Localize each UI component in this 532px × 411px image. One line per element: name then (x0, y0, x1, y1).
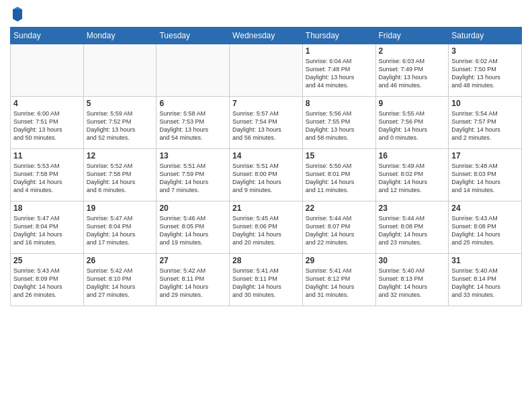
day-info: Sunrise: 5:47 AMSunset: 8:04 PMDaylight:… (87, 214, 154, 247)
svg-marker-1 (13, 7, 22, 9)
calendar-cell: 15Sunrise: 5:50 AMSunset: 8:01 PMDayligh… (302, 149, 375, 201)
calendar-cell: 14Sunrise: 5:51 AMSunset: 8:00 PMDayligh… (230, 149, 303, 201)
calendar-cell (157, 44, 230, 97)
calendar-cell: 25Sunrise: 5:43 AMSunset: 8:09 PMDayligh… (11, 254, 84, 306)
day-info: Sunrise: 5:52 AMSunset: 7:58 PMDaylight:… (87, 162, 154, 195)
day-info: Sunrise: 5:58 AMSunset: 7:53 PMDaylight:… (159, 109, 226, 142)
day-number: 6 (159, 99, 226, 108)
calendar-cell: 18Sunrise: 5:47 AMSunset: 8:04 PMDayligh… (11, 201, 84, 254)
calendar-cell: 30Sunrise: 5:40 AMSunset: 8:13 PMDayligh… (375, 254, 449, 306)
day-info: Sunrise: 5:50 AMSunset: 8:01 PMDaylight:… (306, 162, 373, 195)
day-number: 28 (232, 256, 300, 265)
weekday-header-friday: Friday (375, 28, 449, 44)
day-info: Sunrise: 5:40 AMSunset: 8:13 PMDaylight:… (379, 267, 446, 300)
day-info: Sunrise: 5:45 AMSunset: 8:06 PMDaylight:… (232, 214, 300, 247)
page-container: SundayMondayTuesdayWednesdayThursdayFrid… (0, 0, 532, 313)
calendar-week-row: 18Sunrise: 5:47 AMSunset: 8:04 PMDayligh… (11, 201, 522, 254)
logo (10, 7, 24, 21)
day-info: Sunrise: 5:56 AMSunset: 7:55 PMDaylight:… (306, 109, 373, 142)
day-info: Sunrise: 6:03 AMSunset: 7:49 PMDaylight:… (379, 57, 446, 90)
day-number: 19 (87, 203, 154, 213)
calendar-table: SundayMondayTuesdayWednesdayThursdayFrid… (10, 27, 522, 306)
calendar-cell: 22Sunrise: 5:44 AMSunset: 8:07 PMDayligh… (302, 201, 375, 254)
day-number: 29 (306, 256, 373, 265)
calendar-cell (11, 44, 84, 97)
day-number: 25 (13, 256, 81, 265)
day-number: 9 (379, 99, 446, 108)
calendar-cell: 5Sunrise: 5:59 AMSunset: 7:52 PMDaylight… (83, 97, 157, 149)
calendar-cell: 3Sunrise: 6:02 AMSunset: 7:50 PMDaylight… (449, 44, 522, 97)
day-info: Sunrise: 6:02 AMSunset: 7:50 PMDaylight:… (451, 57, 519, 90)
day-info: Sunrise: 5:43 AMSunset: 8:09 PMDaylight:… (13, 267, 81, 300)
calendar-cell (230, 44, 303, 97)
day-number: 17 (451, 151, 519, 161)
day-number: 26 (87, 256, 154, 265)
weekday-header-wednesday: Wednesday (230, 28, 303, 44)
day-info: Sunrise: 5:43 AMSunset: 8:08 PMDaylight:… (451, 214, 519, 247)
day-number: 10 (451, 99, 519, 108)
day-info: Sunrise: 6:00 AMSunset: 7:51 PMDaylight:… (13, 109, 81, 142)
calendar-cell: 27Sunrise: 5:42 AMSunset: 8:11 PMDayligh… (157, 254, 230, 306)
day-info: Sunrise: 5:44 AMSunset: 8:07 PMDaylight:… (306, 214, 373, 247)
day-number: 21 (232, 203, 300, 213)
calendar-cell: 19Sunrise: 5:47 AMSunset: 8:04 PMDayligh… (83, 201, 157, 254)
calendar-cell: 10Sunrise: 5:54 AMSunset: 7:57 PMDayligh… (449, 97, 522, 149)
calendar-cell: 28Sunrise: 5:41 AMSunset: 8:11 PMDayligh… (230, 254, 303, 306)
day-number: 30 (379, 256, 446, 265)
day-info: Sunrise: 5:55 AMSunset: 7:56 PMDaylight:… (379, 109, 446, 142)
day-info: Sunrise: 5:42 AMSunset: 8:10 PMDaylight:… (87, 267, 154, 300)
day-number: 24 (451, 203, 519, 213)
calendar-week-row: 1Sunrise: 6:04 AMSunset: 7:48 PMDaylight… (11, 44, 522, 97)
weekday-header-thursday: Thursday (302, 28, 375, 44)
calendar-cell: 20Sunrise: 5:46 AMSunset: 8:05 PMDayligh… (157, 201, 230, 254)
calendar-cell: 7Sunrise: 5:57 AMSunset: 7:54 PMDaylight… (230, 97, 303, 149)
calendar-cell: 8Sunrise: 5:56 AMSunset: 7:55 PMDaylight… (302, 97, 375, 149)
day-info: Sunrise: 5:54 AMSunset: 7:57 PMDaylight:… (451, 109, 519, 142)
calendar-cell: 2Sunrise: 6:03 AMSunset: 7:49 PMDaylight… (375, 44, 449, 97)
day-number: 22 (306, 203, 373, 213)
day-number: 13 (159, 151, 226, 161)
day-number: 18 (13, 203, 81, 213)
calendar-cell: 16Sunrise: 5:49 AMSunset: 8:02 PMDayligh… (375, 149, 449, 201)
day-number: 5 (87, 99, 154, 108)
calendar-cell: 31Sunrise: 5:40 AMSunset: 8:14 PMDayligh… (449, 254, 522, 306)
day-number: 3 (451, 46, 519, 56)
calendar-cell: 12Sunrise: 5:52 AMSunset: 7:58 PMDayligh… (83, 149, 157, 201)
svg-marker-0 (13, 9, 22, 21)
calendar-cell: 24Sunrise: 5:43 AMSunset: 8:08 PMDayligh… (449, 201, 522, 254)
header (10, 7, 522, 21)
calendar-week-row: 4Sunrise: 6:00 AMSunset: 7:51 PMDaylight… (11, 97, 522, 149)
weekday-header-row: SundayMondayTuesdayWednesdayThursdayFrid… (11, 28, 522, 44)
day-info: Sunrise: 5:40 AMSunset: 8:14 PMDaylight:… (451, 267, 519, 300)
calendar-cell: 11Sunrise: 5:53 AMSunset: 7:58 PMDayligh… (11, 149, 84, 201)
calendar-cell: 6Sunrise: 5:58 AMSunset: 7:53 PMDaylight… (157, 97, 230, 149)
calendar-cell: 13Sunrise: 5:51 AMSunset: 7:59 PMDayligh… (157, 149, 230, 201)
day-number: 20 (159, 203, 226, 213)
day-number: 7 (232, 99, 300, 108)
day-info: Sunrise: 5:59 AMSunset: 7:52 PMDaylight:… (87, 109, 154, 142)
calendar-cell: 1Sunrise: 6:04 AMSunset: 7:48 PMDaylight… (302, 44, 375, 97)
day-number: 15 (306, 151, 373, 161)
calendar-week-row: 11Sunrise: 5:53 AMSunset: 7:58 PMDayligh… (11, 149, 522, 201)
day-info: Sunrise: 5:42 AMSunset: 8:11 PMDaylight:… (159, 267, 226, 300)
day-number: 2 (379, 46, 446, 56)
weekday-header-saturday: Saturday (449, 28, 522, 44)
day-number: 23 (379, 203, 446, 213)
day-number: 12 (87, 151, 154, 161)
calendar-cell: 4Sunrise: 6:00 AMSunset: 7:51 PMDaylight… (11, 97, 84, 149)
day-number: 4 (13, 99, 81, 108)
weekday-header-tuesday: Tuesday (157, 28, 230, 44)
calendar-cell: 29Sunrise: 5:41 AMSunset: 8:12 PMDayligh… (302, 254, 375, 306)
day-info: Sunrise: 5:51 AMSunset: 8:00 PMDaylight:… (232, 162, 300, 195)
calendar-cell (83, 44, 157, 97)
day-number: 31 (451, 256, 519, 265)
day-info: Sunrise: 5:44 AMSunset: 8:08 PMDaylight:… (379, 214, 446, 247)
calendar-cell: 9Sunrise: 5:55 AMSunset: 7:56 PMDaylight… (375, 97, 449, 149)
day-info: Sunrise: 5:51 AMSunset: 7:59 PMDaylight:… (159, 162, 226, 195)
calendar-cell: 23Sunrise: 5:44 AMSunset: 8:08 PMDayligh… (375, 201, 449, 254)
day-number: 1 (306, 46, 373, 56)
day-info: Sunrise: 5:41 AMSunset: 8:11 PMDaylight:… (232, 267, 300, 300)
calendar-week-row: 25Sunrise: 5:43 AMSunset: 8:09 PMDayligh… (11, 254, 522, 306)
day-number: 8 (306, 99, 373, 108)
calendar-cell: 21Sunrise: 5:45 AMSunset: 8:06 PMDayligh… (230, 201, 303, 254)
